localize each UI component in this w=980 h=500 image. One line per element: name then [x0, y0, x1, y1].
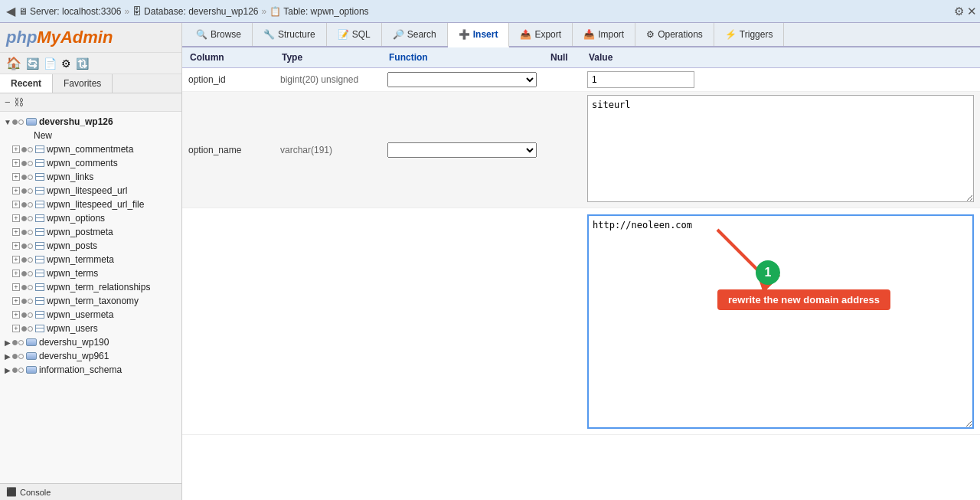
back-button[interactable]: ◀ [3, 2, 18, 20]
sidebar-tree: ▼ devershu_wp126 New + wpwn_ [0, 112, 181, 483]
tree-toggle[interactable]: ▶ [3, 365, 12, 374]
tab-export[interactable]: 📤 Export [509, 23, 573, 46]
tab-recent[interactable]: Recent [0, 74, 53, 93]
close-icon[interactable]: ✕ [967, 5, 977, 18]
sidebar-item-wpwn-usermeta[interactable]: + wpwn_usermeta [0, 308, 181, 322]
breadcrumb-table-label: Table: wpwn_options [283, 6, 368, 17]
sidebar-item-label: wpwn_litespeed_url [47, 185, 127, 196]
tree-expand-icon[interactable]: + [12, 297, 20, 305]
link-button[interactable]: ⛓ [14, 96, 24, 108]
tree-expand-icon[interactable]: + [12, 311, 20, 319]
type-header: Type [274, 47, 381, 68]
tab-label: Import [598, 29, 624, 40]
tree-toggle[interactable]: ▼ [3, 117, 12, 126]
tree-toggle[interactable]: ▶ [3, 351, 12, 361]
circle-icon [28, 161, 33, 166]
sidebar-item-label: devershu_wp190 [39, 337, 109, 348]
tab-search[interactable]: 🔎 Search [382, 23, 448, 46]
tab-label: Triggers [740, 29, 773, 40]
tab-sql[interactable]: 📝 SQL [327, 23, 382, 46]
tree-expand-icon[interactable]: + [12, 173, 20, 181]
tab-operations[interactable]: ⚙ Operations [635, 23, 714, 46]
sidebar-item-wpwn-links[interactable]: + wpwn_links [0, 170, 181, 184]
sidebar-item-label: wpwn_termmeta [47, 254, 114, 265]
tree-expand-icon[interactable]: + [12, 187, 20, 194]
tree-expand-icon[interactable]: + [12, 214, 20, 222]
column-header: Column [182, 47, 274, 68]
sidebar-item-wpwn-commentmeta[interactable]: + wpwn_commentmeta [0, 142, 181, 156]
sidebar-item-wpwn-litespeed-url[interactable]: + wpwn_litespeed_url [0, 184, 181, 198]
field-option-name-label: option_name [182, 92, 274, 208]
field-option-id-func [381, 68, 543, 92]
value-textarea-option-name[interactable]: siteurl [587, 95, 974, 202]
home-icon[interactable]: 🏠 [6, 56, 21, 70]
db-circles [12, 119, 24, 125]
value-textarea-option-value[interactable]: http://neoleen.com [587, 214, 974, 429]
circle-icon [21, 299, 27, 304]
tree-expand-icon[interactable]: + [12, 228, 20, 236]
settings-icon[interactable]: ⚙ [61, 57, 71, 70]
sidebar-item-devershu-wp126[interactable]: ▼ devershu_wp126 [0, 115, 181, 129]
tree-expand-icon[interactable]: + [12, 325, 20, 332]
tab-label: Search [407, 29, 436, 40]
structure-icon: 🔧 [263, 29, 275, 40]
sidebar-item-wpwn-comments[interactable]: + wpwn_comments [0, 156, 181, 170]
breadcrumb-table: 📋 Table: wpwn_options [270, 6, 368, 17]
field-option-name-type: varchar(191) [274, 92, 381, 208]
tab-insert[interactable]: ➕ Insert [448, 23, 510, 47]
circle-icon [21, 161, 27, 166]
tab-structure[interactable]: 🔧 Structure [253, 23, 327, 46]
sidebar-item-devershu-wp190[interactable]: ▶ devershu_wp190 [0, 335, 181, 349]
breadcrumb-database: 🗄 Database: devershu_wp126 [132, 6, 258, 17]
sidebar-item-wpwn-term-relationships[interactable]: + wpwn_term_relationships [0, 280, 181, 294]
sidebar-item-wpwn-options[interactable]: + wpwn_options [0, 211, 181, 225]
tab-triggers[interactable]: ⚡ Triggers [714, 23, 785, 46]
collapse-all-button[interactable]: − [5, 96, 11, 108]
sidebar-item-label: information_schema [39, 364, 122, 375]
table-circles [21, 230, 33, 235]
tree-expand-icon[interactable]: + [12, 242, 20, 250]
sidebar-item-wpwn-postmeta[interactable]: + wpwn_postmeta [0, 225, 181, 239]
function-select-option-id[interactable] [387, 72, 537, 87]
sidebar-item-wpwn-terms[interactable]: + wpwn_terms [0, 266, 181, 280]
tab-favorites[interactable]: Favorites [53, 74, 113, 93]
sidebar-item-wpwn-litespeed-url-file[interactable]: + wpwn_litespeed_url_file [0, 198, 181, 211]
reload-icon[interactable]: 🔄 [26, 57, 39, 70]
tree-expand-icon[interactable]: + [12, 256, 20, 263]
sidebar-item-new[interactable]: New [0, 129, 181, 142]
copy-icon[interactable]: 📄 [44, 57, 57, 70]
refresh-icon[interactable]: 🔃 [76, 57, 89, 70]
table-circles [21, 175, 33, 180]
table-circles [21, 299, 33, 304]
sidebar-item-wpwn-term-taxonomy[interactable]: + wpwn_term_taxonomy [0, 294, 181, 308]
function-select-option-name[interactable] [387, 142, 537, 158]
tree-expand-icon[interactable]: + [12, 201, 20, 208]
tree-expand-icon[interactable]: + [12, 145, 20, 153]
breadcrumb-server: 🖥 Server: localhost:3306 [18, 6, 121, 17]
sidebar-item-devershu-wp961[interactable]: ▶ devershu_wp961 [0, 349, 181, 363]
circle-icon [18, 119, 24, 125]
tree-expand-icon[interactable]: + [12, 283, 20, 291]
tree-expand-icon[interactable]: + [12, 270, 20, 277]
sidebar-item-label: wpwn_users [47, 323, 98, 334]
table-tree-icon [35, 187, 44, 194]
circle-icon [21, 257, 27, 263]
tree-toggle[interactable]: ▶ [3, 338, 12, 347]
gear-icon[interactable]: ⚙ [954, 5, 964, 18]
sidebar-item-label: wpwn_comments [47, 158, 118, 168]
tab-import[interactable]: 📥 Import [573, 23, 635, 46]
sidebar-item-wpwn-termmeta[interactable]: + wpwn_termmeta [0, 253, 181, 266]
sidebar-item-information-schema[interactable]: ▶ information_schema [0, 363, 181, 377]
sidebar-console[interactable]: ⬛ Console [0, 483, 181, 500]
value-input-option-id[interactable] [587, 71, 694, 88]
table-circles [21, 257, 33, 263]
sidebar-item-wpwn-posts[interactable]: + wpwn_posts [0, 239, 181, 253]
topbar: ◀ 🖥 Server: localhost:3306 » 🗄 Database:… [0, 0, 980, 23]
logo-myadmin: MyAdmin [37, 28, 113, 47]
tab-browse[interactable]: 🔍 Browse [185, 23, 253, 46]
circle-icon [28, 299, 33, 304]
tree-expand-icon[interactable]: + [12, 159, 20, 167]
table-tree-icon [35, 256, 44, 263]
sidebar-item-wpwn-users[interactable]: + wpwn_users [0, 322, 181, 335]
function-header: Function [381, 47, 543, 68]
